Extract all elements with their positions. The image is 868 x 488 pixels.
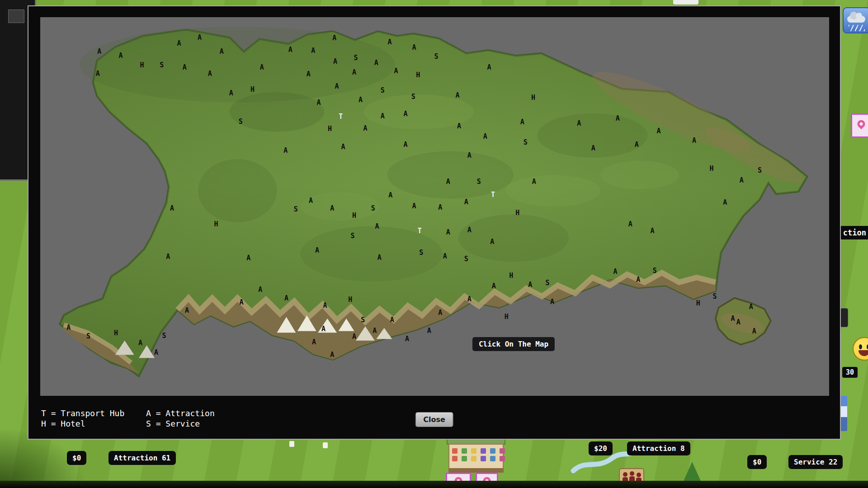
map-marker-a: A [692, 136, 696, 145]
map-marker-h: H [531, 94, 535, 102]
map-marker-h: H [505, 313, 509, 321]
map-marker-s: S [351, 232, 355, 240]
map-marker-a: A [467, 295, 472, 303]
map-marker-a: A [315, 246, 319, 254]
map-marker-h: H [515, 209, 519, 217]
map-marker-h: H [328, 125, 332, 133]
map-marker-a: A [616, 114, 620, 122]
map-marker-a: A [373, 327, 377, 335]
map-marker-a: A [464, 198, 468, 206]
map-marker-a: A [316, 99, 321, 107]
screen-bottom-edge [0, 481, 868, 488]
map-marker-a: A [138, 339, 142, 347]
map-marker-h: H [352, 211, 356, 220]
map-marker-a: A [651, 227, 655, 235]
map-marker-a: A [427, 327, 431, 335]
map-marker-a: A [332, 34, 336, 42]
map-marker-a: A [528, 281, 532, 289]
map-marker-h: H [140, 61, 144, 69]
close-button[interactable]: Close [415, 412, 453, 427]
map-marker-a: A [309, 197, 313, 205]
map-marker-a: A [752, 327, 756, 335]
map-marker-a: A [229, 89, 233, 97]
map-marker-a: A [636, 276, 640, 284]
map-marker-s: S [758, 166, 762, 174]
map-marker-h: H [509, 272, 513, 280]
map-hint-label: Click On The Map [472, 337, 555, 351]
map-marker-a: A [323, 301, 327, 310]
map-marker-s: S [162, 332, 166, 340]
map-marker-a: A [443, 252, 447, 260]
map-marker-a: A [154, 348, 158, 357]
attraction-count-badge[interactable]: Attraction 8 [627, 441, 690, 455]
map-marker-a: A [412, 43, 416, 52]
map-marker-a: A [613, 267, 618, 276]
shop-stall-sprite[interactable] [447, 436, 505, 474]
map-marker-a: A [403, 110, 407, 118]
map-marker-a: A [284, 294, 288, 302]
map-marker-s: S [546, 279, 550, 287]
map-marker-a: A [183, 63, 187, 71]
side-tab[interactable] [840, 308, 848, 327]
map-marker-s: S [381, 86, 385, 94]
map-marker-s: S [419, 249, 423, 257]
map-item-icon[interactable] [851, 113, 868, 138]
map-marker-h: H [114, 329, 118, 337]
map-marker-a: A [185, 306, 189, 314]
overview-map[interactable]: AAHSAAAAAAHSAAAAAASAAHTAAAASAAAHASASAAAA… [40, 17, 829, 396]
map-marker-h: H [696, 299, 700, 307]
map-marker-a: A [246, 254, 250, 262]
map-marker-a: A [363, 124, 367, 132]
map-marker-a: A [352, 68, 356, 76]
map-marker-a: A [220, 47, 224, 56]
pin-icon [856, 118, 867, 129]
price-badge: $0 [747, 455, 767, 469]
map-marker-a: A [335, 82, 339, 90]
map-marker-t: T [491, 191, 495, 199]
map-marker-a: A [635, 141, 639, 149]
rain-icon [849, 25, 865, 31]
map-marker-a: A [412, 202, 416, 210]
partial-sprite [840, 396, 847, 431]
map-overview-dialog: AAHSAAAAAAHSAAAAAASAAHTAAAASAAAHASASAAAA… [28, 5, 841, 440]
map-marker-a: A [97, 47, 101, 56]
map-marker-a: A [736, 318, 741, 326]
map-marker-a: A [208, 70, 212, 78]
map-marker-a: A [96, 70, 100, 78]
map-marker-h: H [709, 164, 713, 173]
service-count-badge[interactable]: Service 22 [788, 455, 843, 469]
map-marker-a: A [467, 226, 472, 234]
map-marker-a: A [258, 286, 262, 294]
map-marker-a: A [591, 144, 595, 152]
map-marker-a: A [375, 222, 379, 230]
legend-transport: T = Transport Hub [41, 408, 146, 418]
clipped-attraction-badge[interactable]: ction [839, 226, 868, 239]
map-marker-a: A [577, 119, 581, 127]
map-marker-h: H [416, 71, 420, 79]
map-marker-a: A [352, 333, 356, 341]
happiness-face-icon [853, 337, 868, 361]
map-marker-a: A [550, 298, 554, 306]
map-marker-s: S [434, 52, 438, 61]
map-marker-a: A [456, 91, 460, 99]
map-marker-a: A [438, 309, 442, 317]
map-marker-a: A [403, 141, 407, 149]
map-marker-a: A [66, 324, 71, 332]
legend-hotel: H = Hotel [41, 418, 146, 429]
attraction-count-badge[interactable]: Attraction 61 [108, 451, 176, 465]
map-marker-a: A [307, 70, 311, 78]
stall-base [448, 468, 504, 473]
map-marker-a: A [490, 238, 494, 246]
map-markers: AAHSAAAAAAHSAAAAAASAAHTAAAASAAAHASASAAAA… [40, 17, 829, 396]
map-marker-a: A [283, 146, 288, 155]
weather-icon [843, 7, 868, 33]
game-screen: ction 30 $0 Attracti [0, 0, 868, 488]
map-marker-a: A [118, 52, 123, 60]
map-marker-a: A [374, 59, 378, 67]
smiley-mouth [859, 350, 868, 356]
map-marker-s: S [354, 54, 358, 62]
map-marker-h: H [250, 85, 255, 94]
map-marker-a: A [492, 282, 496, 290]
map-marker-s: S [160, 61, 164, 69]
background-building [673, 0, 698, 5]
